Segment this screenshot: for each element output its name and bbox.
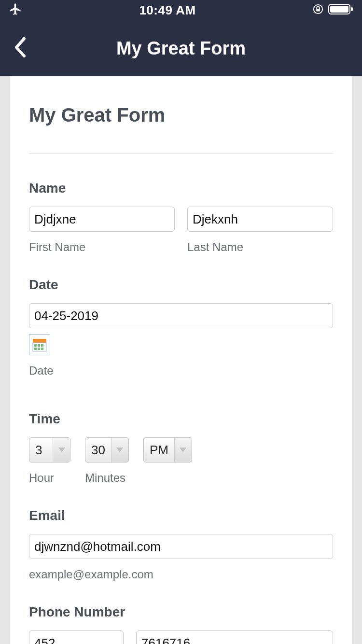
hour-sublabel: Hour	[29, 471, 70, 485]
phone-number-input[interactable]	[136, 630, 333, 644]
status-time: 10:49 AM	[139, 3, 195, 18]
minutes-select[interactable]: 30	[85, 437, 129, 462]
svg-rect-5	[33, 339, 46, 343]
first-name-sublabel: First Name	[29, 240, 175, 254]
page-background: My Great Form Name First Name Last Name …	[0, 76, 362, 644]
orientation-lock-icon	[313, 4, 323, 16]
svg-rect-1	[316, 9, 320, 12]
date-group: Date Date	[29, 277, 333, 378]
chevron-down-icon	[111, 438, 128, 462]
name-group: Name First Name Last Name	[29, 181, 333, 254]
svg-marker-13	[58, 448, 65, 452]
last-name-input[interactable]	[187, 207, 333, 232]
hour-value: 3	[29, 438, 53, 462]
date-input[interactable]	[29, 303, 333, 328]
first-name-input[interactable]	[29, 207, 175, 232]
back-button[interactable]	[14, 37, 26, 60]
svg-rect-9	[41, 344, 43, 347]
email-input[interactable]	[29, 534, 333, 559]
name-label: Name	[29, 181, 333, 196]
minutes-value: 30	[85, 438, 111, 462]
phone-group: Phone Number Area Code Phone Number	[29, 604, 333, 644]
svg-marker-15	[180, 448, 186, 452]
phone-label: Phone Number	[29, 604, 333, 620]
svg-rect-6	[33, 343, 46, 351]
svg-rect-12	[41, 348, 43, 350]
last-name-sublabel: Last Name	[187, 240, 333, 254]
chevron-down-icon	[174, 438, 192, 462]
date-sublabel: Date	[29, 364, 333, 378]
nav-title: My Great Form	[0, 38, 362, 59]
email-group: Email example@example.com	[29, 508, 333, 581]
email-label: Email	[29, 508, 333, 523]
svg-rect-8	[38, 344, 40, 347]
form-card: My Great Form Name First Name Last Name …	[10, 76, 352, 644]
svg-rect-3	[330, 6, 348, 13]
calendar-icon[interactable]	[29, 334, 50, 355]
ampm-value: PM	[144, 438, 174, 462]
chevron-down-icon	[53, 438, 70, 462]
time-label: Time	[29, 411, 333, 427]
hour-select[interactable]: 3	[29, 437, 70, 462]
svg-rect-11	[38, 348, 40, 350]
time-group: Time 3 Hour 30 Minutes	[29, 411, 333, 485]
ampm-select[interactable]: PM	[143, 437, 192, 462]
minutes-sublabel: Minutes	[85, 471, 129, 485]
form-title: My Great Form	[29, 104, 333, 126]
battery-icon	[328, 3, 353, 17]
svg-rect-7	[34, 344, 37, 347]
svg-rect-10	[34, 348, 37, 350]
status-bar: 10:49 AM	[0, 0, 362, 20]
area-code-input[interactable]	[29, 630, 124, 644]
email-hint: example@example.com	[29, 568, 333, 581]
nav-bar: My Great Form	[0, 20, 362, 76]
divider	[29, 153, 333, 154]
svg-marker-14	[116, 448, 123, 452]
date-label: Date	[29, 277, 333, 293]
svg-rect-4	[351, 7, 353, 11]
airplane-mode-icon	[9, 2, 22, 18]
